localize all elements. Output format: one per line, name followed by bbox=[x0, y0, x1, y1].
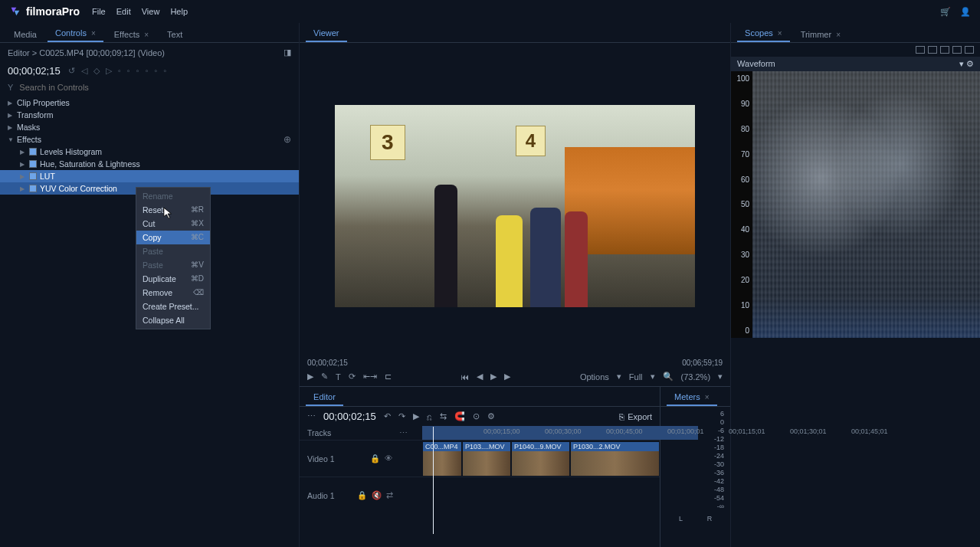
tab-scopes[interactable]: Scopes× bbox=[737, 25, 790, 42]
tree-levels-histogram[interactable]: ▶Levels Histogram bbox=[0, 146, 299, 158]
filter-icon[interactable]: Y bbox=[8, 83, 13, 92]
effect-enabled-checkbox[interactable] bbox=[29, 172, 37, 180]
ruler-tick: 00;01;45;01 bbox=[851, 427, 888, 435]
close-icon[interactable]: × bbox=[705, 393, 710, 401]
tab-controls[interactable]: Controls× bbox=[48, 25, 103, 42]
keyframe-next-icon[interactable]: ▷ bbox=[106, 66, 112, 76]
snap-icon[interactable]: ⎌ bbox=[427, 412, 432, 421]
effect-enabled-checkbox[interactable] bbox=[29, 185, 37, 192]
gear-icon[interactable]: ⚙ bbox=[966, 59, 974, 68]
solo-icon[interactable]: ⇄ bbox=[386, 490, 393, 500]
play-icon[interactable]: ▶ bbox=[307, 372, 313, 382]
layout-grid-icon[interactable] bbox=[952, 46, 962, 54]
options-dropdown[interactable]: Options bbox=[580, 372, 609, 382]
close-icon[interactable]: × bbox=[91, 29, 96, 38]
ruler-tick: 00;00;15;00 bbox=[483, 427, 520, 435]
tab-meters[interactable]: Meters× bbox=[667, 388, 716, 406]
timeline-clip[interactable]: P103....MOV bbox=[463, 442, 510, 476]
step-back-icon[interactable]: ◀ bbox=[477, 372, 483, 382]
close-icon[interactable]: × bbox=[836, 31, 841, 39]
keyframe-prev-icon[interactable]: ◁ bbox=[81, 66, 87, 76]
user-icon[interactable]: 👤 bbox=[960, 7, 971, 17]
timeline-clip[interactable]: P1040...9.MOV bbox=[512, 442, 569, 476]
text-tool-icon[interactable]: T bbox=[336, 372, 341, 382]
cart-icon[interactable]: 🛒 bbox=[940, 7, 951, 17]
play-icon[interactable]: ▶ bbox=[413, 411, 419, 421]
tab-editor[interactable]: Editor bbox=[306, 388, 343, 406]
layout-single-icon[interactable] bbox=[916, 46, 925, 54]
tree-effects[interactable]: ▼Effects⊕ bbox=[0, 133, 299, 146]
pen-icon[interactable]: ✎ bbox=[321, 372, 328, 382]
tree-hue-sat-light[interactable]: ▶Hue, Saturation & Lightness bbox=[0, 158, 299, 170]
lock-icon[interactable]: 🔒 bbox=[370, 454, 380, 463]
timeline-ruler[interactable]: 00;00;15;00 00;00;30;00 00;00;45;00 00;0… bbox=[422, 426, 660, 440]
add-effect-icon[interactable]: ⊕ bbox=[284, 134, 291, 145]
undo-icon[interactable]: ↶ bbox=[384, 411, 391, 421]
tree-masks[interactable]: ▶Masks bbox=[0, 121, 299, 133]
marker-icon[interactable]: ⊙ bbox=[473, 411, 480, 421]
skip-start-icon[interactable]: ⏮ bbox=[461, 372, 469, 382]
keyframe-icon[interactable]: ◇ bbox=[93, 66, 100, 76]
tab-text[interactable]: Text bbox=[159, 26, 190, 42]
layout-dual-icon[interactable] bbox=[928, 46, 937, 54]
layout-quad-icon[interactable] bbox=[940, 46, 949, 54]
close-icon[interactable]: × bbox=[144, 31, 149, 39]
chevron-down-icon[interactable]: ▾ bbox=[651, 372, 655, 382]
tab-media[interactable]: Media bbox=[6, 26, 44, 42]
tab-trimmer[interactable]: Trimmer× bbox=[793, 26, 848, 42]
ctx-remove[interactable]: Remove⌫ bbox=[136, 286, 210, 300]
effect-enabled-checkbox[interactable] bbox=[29, 160, 37, 168]
chevron-down-icon[interactable]: ▾ bbox=[718, 372, 723, 382]
chevron-down-icon[interactable]: ▾ bbox=[617, 372, 621, 382]
gear-icon[interactable]: ⚙ bbox=[487, 411, 495, 421]
timeline-clip[interactable]: P1030...2.MOV bbox=[571, 442, 659, 476]
ctx-copy[interactable]: Copy⌘C bbox=[136, 231, 210, 244]
tree-transform[interactable]: ▶Transform bbox=[0, 109, 299, 121]
eye-icon[interactable]: 👁 bbox=[385, 454, 393, 463]
editor-timecode[interactable]: 00;00;02;15 bbox=[323, 411, 376, 422]
zoom-level[interactable]: (73.2%) bbox=[681, 372, 711, 382]
link-icon[interactable]: ⇆ bbox=[440, 411, 447, 421]
waveform-scope: 1009080 706050 403020 100 bbox=[731, 71, 980, 338]
menu-view[interactable]: View bbox=[142, 7, 160, 16]
waveform-label[interactable]: Waveform bbox=[737, 59, 775, 69]
ctx-create-preset[interactable]: Create Preset... bbox=[136, 300, 210, 313]
person-silhouette bbox=[530, 208, 561, 307]
timeline-clip[interactable]: C00...MP4 bbox=[423, 442, 461, 476]
bracket-icon[interactable]: ⊏ bbox=[385, 372, 392, 382]
panel-toggle-icon[interactable]: ◨ bbox=[284, 47, 291, 57]
magnet-icon[interactable]: 🧲 bbox=[454, 411, 465, 421]
step-fwd-icon[interactable]: ▶ bbox=[504, 372, 510, 382]
viewer-preview: 3 4 bbox=[335, 105, 695, 307]
undo-icon[interactable]: ↺ bbox=[68, 66, 75, 76]
close-icon[interactable]: × bbox=[778, 29, 782, 38]
meter-scale: 60-6 -12-18-24 -30-36-42 -48-54-∞ bbox=[667, 410, 724, 510]
menu-edit[interactable]: Edit bbox=[116, 7, 131, 16]
search-controls-input[interactable] bbox=[19, 83, 291, 92]
playhead[interactable] bbox=[433, 427, 434, 534]
lock-icon[interactable]: 🔒 bbox=[357, 490, 367, 500]
controls-timecode[interactable]: 00;00;02;15 bbox=[8, 65, 61, 77]
full-dropdown[interactable]: Full bbox=[629, 372, 643, 382]
redo-icon[interactable]: ↷ bbox=[398, 411, 405, 421]
layout-list-icon[interactable] bbox=[965, 46, 974, 54]
loop-icon[interactable]: ⟳ bbox=[349, 372, 356, 382]
export-button[interactable]: ⎘ Export bbox=[619, 412, 652, 421]
play-button[interactable]: ▶ bbox=[490, 372, 497, 382]
viewer-area[interactable]: 3 4 bbox=[300, 43, 730, 354]
timeline-menu-icon[interactable]: ⋯ bbox=[399, 428, 422, 438]
timeline-menu-icon[interactable]: ⋯ bbox=[307, 411, 316, 421]
mute-icon[interactable]: 🔇 bbox=[372, 490, 382, 500]
ctx-collapse-all[interactable]: Collapse All bbox=[136, 313, 210, 327]
menu-help[interactable]: Help bbox=[170, 7, 188, 16]
zoom-icon[interactable]: 🔍 bbox=[663, 372, 674, 382]
in-out-icon[interactable]: ⇤⇥ bbox=[363, 372, 377, 382]
effect-enabled-checkbox[interactable] bbox=[29, 148, 37, 156]
tab-viewer[interactable]: Viewer bbox=[306, 25, 346, 42]
tree-clip-properties[interactable]: ▶Clip Properties bbox=[0, 97, 299, 109]
tab-effects[interactable]: Effects× bbox=[107, 26, 156, 42]
menu-file[interactable]: File bbox=[92, 7, 106, 16]
chevron-down-icon[interactable]: ▾ bbox=[959, 59, 964, 68]
ctx-duplicate[interactable]: Duplicate⌘D bbox=[136, 272, 210, 286]
tree-lut[interactable]: ▶LUT bbox=[0, 170, 299, 182]
